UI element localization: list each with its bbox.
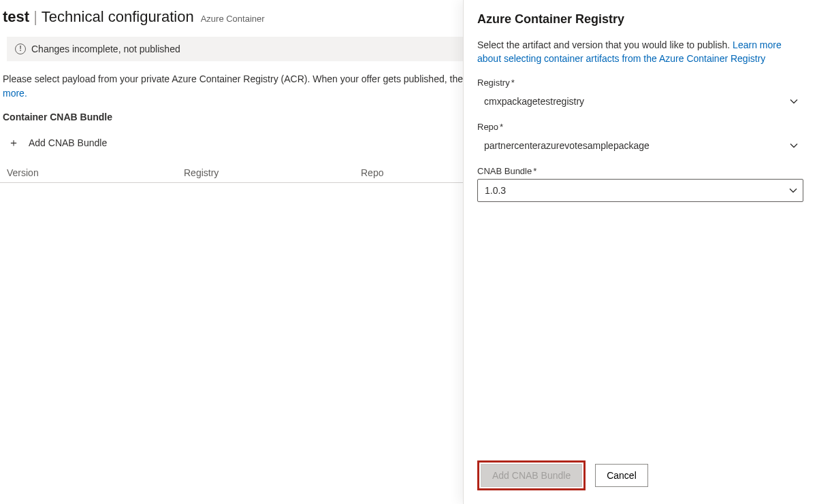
panel-description: Select the artifact and version that you…: [477, 39, 803, 65]
registry-label-text: Registry: [477, 78, 510, 88]
cnab-bundle-field: CNAB Bundle* 1.0.3: [477, 166, 803, 202]
panel-footer: Add CNAB Bundle Cancel: [464, 451, 817, 504]
cancel-button[interactable]: Cancel: [595, 464, 648, 487]
repo-label: Repo*: [477, 122, 803, 132]
repo-required: *: [500, 122, 503, 132]
cnab-bundle-required: *: [533, 166, 536, 176]
panel-title: Azure Container Registry: [477, 12, 803, 27]
cnab-bundle-label-text: CNAB Bundle: [477, 166, 532, 176]
registry-select[interactable]: cmxpackagetestregistry: [477, 90, 803, 112]
page-subtitle: Azure Container: [201, 14, 265, 24]
cnab-bundle-label: CNAB Bundle*: [477, 166, 803, 176]
side-panel-body: Azure Container Registry Select the arti…: [464, 0, 817, 451]
chevron-down-icon: [790, 97, 798, 105]
warning-icon: [15, 44, 26, 54]
cnab-bundle-value: 1.0.3: [485, 185, 506, 196]
add-cnab-bundle-submit-button[interactable]: Add CNAB Bundle: [481, 464, 582, 487]
offer-name: test: [3, 8, 29, 26]
registry-field: Registry* cmxpackagetestregistry: [477, 78, 803, 112]
col-version: Version: [7, 167, 184, 178]
repo-label-text: Repo: [477, 122, 498, 132]
chevron-down-icon: [789, 186, 797, 195]
panel-desc-text: Select the artifact and version that you…: [477, 39, 733, 50]
repo-select[interactable]: partnercenterazurevotesamplepackage: [477, 135, 803, 156]
col-registry: Registry: [184, 167, 361, 178]
repo-value: partnercenterazurevotesamplepackage: [484, 140, 650, 151]
chevron-down-icon: [790, 141, 798, 150]
header-separator: |: [29, 8, 42, 26]
registry-value: cmxpackagetestregistry: [484, 96, 584, 107]
repo-field: Repo* partnercenterazurevotesamplepackag…: [477, 122, 803, 156]
plus-icon: ＋: [8, 137, 19, 148]
status-text: Changes incomplete, not published: [31, 44, 180, 54]
page-title: Technical configuration: [42, 8, 194, 26]
side-panel: Azure Container Registry Select the arti…: [463, 0, 817, 504]
cnab-bundle-select[interactable]: 1.0.3: [477, 179, 803, 202]
registry-label: Registry*: [477, 78, 803, 88]
registry-required: *: [511, 78, 515, 88]
add-cnab-bundle-label: Add CNAB Bundle: [29, 137, 107, 148]
highlight-frame: Add CNAB Bundle: [477, 460, 586, 490]
